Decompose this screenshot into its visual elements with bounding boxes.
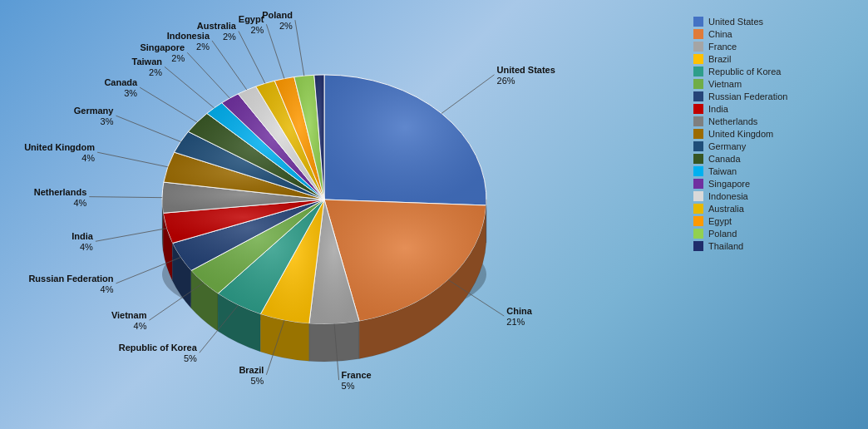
legend-item: France (693, 42, 860, 52)
svg-text:Vietnam: Vietnam (111, 310, 147, 320)
legend-item: Singapore (693, 179, 860, 189)
legend-label: France (708, 42, 737, 52)
svg-line-34 (140, 87, 197, 122)
svg-line-22 (96, 229, 166, 242)
legend-color-box (693, 204, 703, 214)
legend-color-box (693, 91, 703, 101)
legend-item: Indonesia (693, 191, 860, 201)
legend: United StatesChinaFranceBrazilRepublic o… (693, 17, 860, 254)
svg-text:Singapore: Singapore (140, 42, 185, 52)
svg-text:2%: 2% (223, 32, 236, 42)
legend-label: India (708, 104, 728, 114)
legend-label: Germany (708, 141, 746, 151)
legend-color-box (693, 17, 703, 27)
svg-line-31 (116, 116, 180, 141)
svg-text:4%: 4% (101, 284, 114, 294)
svg-text:2%: 2% (250, 25, 264, 35)
svg-text:4%: 4% (73, 198, 86, 208)
legend-color-box (693, 104, 703, 114)
legend-item: Australia (693, 204, 860, 214)
svg-text:France: France (342, 370, 372, 380)
legend-label: Poland (708, 229, 737, 239)
legend-color-box (693, 229, 703, 239)
legend-item: Germany (693, 141, 860, 151)
legend-label: Indonesia (708, 191, 748, 201)
legend-label: Russian Federation (708, 91, 787, 101)
svg-text:Poland: Poland (262, 10, 293, 20)
legend-color-box (693, 154, 703, 164)
legend-label: Singapore (708, 179, 750, 189)
svg-text:2%: 2% (279, 21, 293, 31)
svg-text:Republic of Korea: Republic of Korea (119, 343, 198, 353)
svg-text:26%: 26% (497, 76, 515, 86)
legend-label: United States (708, 17, 763, 27)
legend-item: Netherlands (693, 116, 860, 126)
legend-color-box (693, 42, 703, 52)
legend-label: Brazil (708, 54, 732, 64)
legend-item: Vietnam (693, 79, 860, 89)
svg-line-52 (295, 20, 304, 76)
svg-text:Indonesia: Indonesia (167, 31, 210, 41)
svg-text:Russian Federation: Russian Federation (28, 274, 113, 284)
legend-label: United Kingdom (708, 129, 773, 139)
svg-text:China: China (506, 306, 532, 316)
legend-label: Egypt (708, 216, 732, 226)
svg-text:2%: 2% (171, 53, 185, 63)
legend-color-box (693, 241, 703, 251)
svg-text:3%: 3% (124, 88, 137, 98)
svg-text:India: India (72, 231, 94, 241)
legend-color-box (693, 67, 703, 76)
legend-color-box (693, 129, 703, 139)
legend-color-box (693, 54, 703, 64)
legend-item: Taiwan (693, 166, 860, 176)
svg-text:3%: 3% (101, 116, 114, 126)
legend-item: India (693, 104, 860, 114)
legend-color-box (693, 179, 703, 189)
svg-line-43 (212, 41, 247, 90)
svg-text:Egypt: Egypt (239, 14, 264, 24)
svg-text:United Kingdom: United Kingdom (24, 142, 95, 152)
legend-color-box (693, 166, 703, 176)
svg-text:Australia: Australia (197, 21, 237, 31)
svg-text:Brazil: Brazil (239, 365, 264, 375)
svg-text:Netherlands: Netherlands (34, 187, 87, 197)
legend-item: Republic of Korea (693, 67, 860, 76)
legend-item: Thailand (693, 241, 860, 251)
svg-text:United States: United States (497, 65, 555, 75)
legend-color-box (693, 141, 703, 151)
svg-text:21%: 21% (506, 317, 525, 327)
legend-label: Thailand (708, 241, 743, 251)
legend-color-box (693, 191, 703, 201)
legend-label: Republic of Korea (708, 67, 781, 76)
svg-text:Germany: Germany (74, 106, 115, 116)
svg-text:Taiwan: Taiwan (132, 57, 163, 67)
legend-label: Vietnam (708, 79, 742, 89)
svg-line-28 (97, 152, 168, 167)
legend-item: Poland (693, 229, 860, 239)
svg-text:2%: 2% (196, 42, 210, 52)
svg-text:2%: 2% (149, 67, 162, 77)
legend-color-box (693, 79, 703, 89)
svg-text:4%: 4% (80, 242, 93, 252)
legend-item: Brazil (693, 54, 860, 64)
legend-item: China (693, 29, 860, 39)
svg-text:5%: 5% (342, 381, 355, 391)
svg-text:5%: 5% (184, 353, 197, 363)
svg-line-1 (441, 75, 494, 114)
svg-text:4%: 4% (81, 153, 95, 163)
legend-label: China (708, 29, 732, 39)
legend-label: Netherlands (708, 116, 757, 126)
svg-line-25 (89, 197, 162, 198)
svg-line-49 (266, 24, 284, 78)
legend-color-box (693, 29, 703, 39)
legend-label: Australia (708, 204, 744, 214)
legend-item: United Kingdom (693, 129, 860, 139)
legend-color-box (693, 116, 703, 126)
svg-text:5%: 5% (250, 376, 264, 386)
svg-line-46 (239, 31, 265, 83)
legend-item: Egypt (693, 216, 860, 226)
legend-label: Canada (708, 154, 741, 164)
legend-color-box (693, 216, 703, 226)
legend-label: Taiwan (708, 166, 737, 176)
chart-area: United States26%China21%France5%Brazil5%… (0, 0, 649, 429)
